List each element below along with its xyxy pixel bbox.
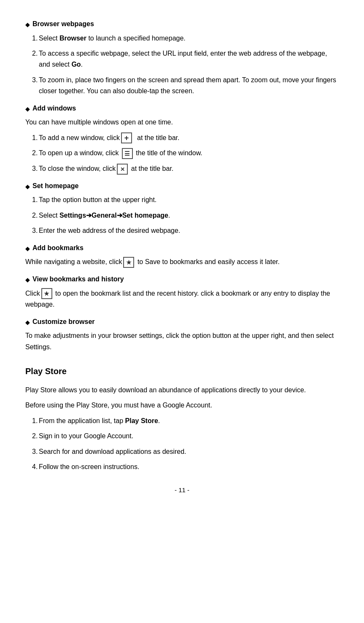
list-num: 1. — [25, 194, 39, 205]
browser-webpages-section: ◆ Browser webpages 1. Select Browser to … — [25, 19, 339, 97]
add-windows-title: Add windows — [32, 103, 76, 114]
diamond-icon: ◆ — [25, 244, 30, 253]
list-content: Select Browser to launch a specified hom… — [39, 33, 186, 44]
list-item: 2. To open up a window, click the title … — [25, 148, 339, 159]
diamond-icon: ◆ — [25, 182, 30, 191]
list-content: Tap the option button at the upper right… — [39, 194, 156, 205]
diamond-icon: ◆ — [25, 318, 30, 327]
view-bookmarks-heading: ◆ View bookmarks and history — [25, 274, 339, 285]
list-content: From the application list, tap Play Stor… — [39, 415, 160, 426]
add-bookmarks-para: While navigating a website, click to Sav… — [25, 256, 339, 268]
customize-browser-section: ◆ Customize browser To make adjustments … — [25, 316, 339, 353]
save-bookmark-icon — [123, 257, 134, 268]
play-store-intro1: Play Store allows you to easily download… — [25, 385, 339, 396]
diamond-icon: ◆ — [25, 20, 30, 29]
list-content: Search for and download applications as … — [39, 446, 186, 457]
view-bookmark-icon — [41, 288, 52, 299]
diamond-icon: ◆ — [25, 275, 30, 284]
bold-text: Play Store — [125, 417, 158, 424]
list-item: 3. Enter the web address of the desired … — [25, 225, 339, 236]
list-num: 2. — [25, 148, 39, 159]
list-content: To access a specific webpage, select the… — [39, 48, 339, 70]
list-num: 4. — [25, 461, 39, 472]
set-homepage-heading: ◆ Set homepage — [25, 181, 339, 191]
list-content: To open up a window, click the title of … — [39, 148, 202, 159]
customize-browser-title: Customize browser — [32, 316, 95, 327]
close-icon — [117, 164, 128, 175]
list-content: Select Settings➔General➔Set homepage. — [39, 210, 170, 221]
play-store-intro2: Before using the Play Store, you must ha… — [25, 400, 339, 411]
list-item: 1. Select Browser to launch a specified … — [25, 33, 339, 44]
list-item: 3. To zoom in, place two fingers on the … — [25, 75, 339, 97]
add-windows-heading: ◆ Add windows — [25, 103, 339, 114]
add-bookmarks-section: ◆ Add bookmarks While navigating a websi… — [25, 243, 339, 268]
view-bookmarks-title: View bookmarks and history — [32, 274, 124, 285]
list-item: 2. To access a specific webpage, select … — [25, 48, 339, 70]
list-num: 1. — [25, 415, 39, 426]
customize-browser-heading: ◆ Customize browser — [25, 316, 339, 327]
list-item: 3. Search for and download applications … — [25, 446, 339, 457]
list-content: Enter the web address of the desired web… — [39, 225, 180, 236]
list-num: 1. — [25, 132, 39, 143]
view-bookmarks-section: ◆ View bookmarks and history Click to op… — [25, 274, 339, 310]
list-num: 3. — [25, 163, 39, 174]
diamond-icon: ◆ — [25, 104, 30, 113]
view-bookmarks-para: Click to open the bookmark list and the … — [25, 288, 339, 310]
list-item: 2. Select Settings➔General➔Set homepage. — [25, 210, 339, 221]
browser-webpages-heading: ◆ Browser webpages — [25, 19, 339, 30]
list-num: 1. — [25, 33, 39, 44]
list-item: 1. From the application list, tap Play S… — [25, 415, 339, 426]
customize-browser-para: To make adjustments in your browser sett… — [25, 330, 339, 353]
list-content: To add a new window, click at the title … — [39, 132, 180, 144]
add-windows-intro: You can have multiple windows open at on… — [25, 117, 339, 128]
list-content: To zoom in, place two fingers on the scr… — [39, 75, 339, 97]
add-bookmarks-title: Add bookmarks — [32, 243, 84, 254]
windows-icon — [122, 148, 133, 159]
list-item: 1. To add a new window, click at the tit… — [25, 132, 339, 144]
list-num: 3. — [25, 225, 39, 236]
bold-text: Settings➔General➔Set homepage — [59, 212, 168, 219]
play-store-section: Play Store Play Store allows you to easi… — [25, 364, 339, 472]
bold-text: Browser — [59, 35, 86, 42]
play-store-title: Play Store — [25, 364, 339, 378]
plus-icon — [121, 132, 132, 143]
add-windows-section: ◆ Add windows You can have multiple wind… — [25, 103, 339, 175]
list-item: 2. Sign in to your Google Account. — [25, 431, 339, 442]
add-bookmarks-heading: ◆ Add bookmarks — [25, 243, 339, 254]
list-content: To close the window, click at the title … — [39, 163, 173, 175]
browser-webpages-list: 1. Select Browser to launch a specified … — [25, 33, 339, 97]
list-num: 3. — [25, 446, 39, 457]
list-item: 3. To close the window, click at the tit… — [25, 163, 339, 175]
play-store-list: 1. From the application list, tap Play S… — [25, 415, 339, 473]
set-homepage-list: 1. Tap the option button at the upper ri… — [25, 194, 339, 236]
list-item: 4. Follow the on-screen instructions. — [25, 461, 339, 472]
list-content: Sign in to your Google Account. — [39, 431, 133, 442]
browser-webpages-title: Browser webpages — [32, 19, 94, 30]
list-num: 3. — [25, 75, 39, 86]
list-num: 2. — [25, 431, 39, 442]
add-windows-list: 1. To add a new window, click at the tit… — [25, 132, 339, 175]
bold-text: Go — [71, 61, 81, 68]
set-homepage-title: Set homepage — [32, 181, 78, 191]
set-homepage-section: ◆ Set homepage 1. Tap the option button … — [25, 181, 339, 237]
list-num: 2. — [25, 210, 39, 221]
list-num: 2. — [25, 48, 39, 59]
page-number: - 11 - — [25, 485, 339, 495]
list-item: 1. Tap the option button at the upper ri… — [25, 194, 339, 205]
list-content: Follow the on-screen instructions. — [39, 461, 139, 472]
